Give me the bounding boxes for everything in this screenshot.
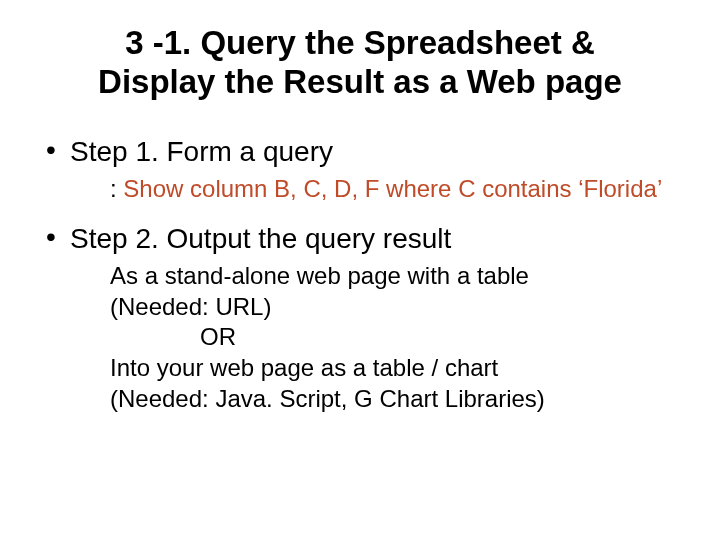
step-2-line-embed: Into your web page as a table / chart [110,353,684,384]
slide: 3 -1. Query the Spreadsheet & Display th… [0,0,720,540]
step-1-query-text: Show column B, C, D, F where C contains … [123,175,662,202]
step-2-line-needed-url: (Needed: URL) [110,292,684,323]
step-2-line-needed-js: (Needed: Java. Script, G Chart Libraries… [110,384,684,415]
step-1-detail: : Show column B, C, D, F where C contain… [110,174,684,205]
slide-title: 3 -1. Query the Spreadsheet & Display th… [76,24,644,102]
step-1-colon: : [110,175,123,202]
step-list: Step 1. Form a query : Show column B, C,… [42,136,684,415]
step-2-detail: As a stand-alone web page with a table (… [110,261,684,415]
step-1: Step 1. Form a query : Show column B, C,… [42,136,684,205]
step-2: Step 2. Output the query result As a sta… [42,223,684,415]
step-2-or: OR [200,322,684,353]
step-2-line-standalone: As a stand-alone web page with a table [110,261,684,292]
step-2-heading: Step 2. Output the query result [70,223,684,255]
step-1-heading: Step 1. Form a query [70,136,684,168]
